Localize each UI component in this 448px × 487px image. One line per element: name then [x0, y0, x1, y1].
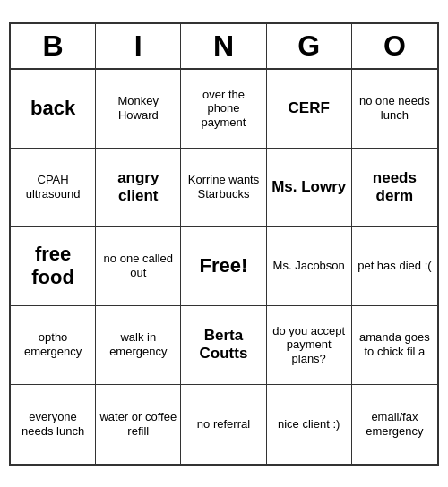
bingo-cell-23[interactable]: nice client :) [267, 385, 352, 464]
header-letter-I: I [96, 24, 181, 68]
bingo-cell-15[interactable]: optho emergency [11, 306, 96, 385]
bingo-cell-20[interactable]: everyone needs lunch [11, 385, 96, 464]
bingo-cell-17[interactable]: Berta Coutts [181, 306, 266, 385]
bingo-cell-4[interactable]: no one needs lunch [352, 70, 437, 149]
header-letter-B: B [11, 24, 96, 68]
bingo-cell-24[interactable]: email/fax emergency [352, 385, 437, 464]
bingo-cell-12[interactable]: Free! [181, 227, 266, 306]
header-letter-O: O [352, 24, 437, 68]
bingo-cell-22[interactable]: no referral [181, 385, 266, 464]
bingo-cell-14[interactable]: pet has died :( [352, 227, 437, 306]
bingo-cell-8[interactable]: Ms. Lowry [267, 149, 352, 227]
bingo-cell-7[interactable]: Korrine wants Starbucks [181, 149, 266, 227]
bingo-cell-21[interactable]: water or coffee refill [96, 385, 181, 464]
header-letter-N: N [181, 24, 266, 68]
bingo-header: BINGO [11, 24, 437, 70]
bingo-cell-3[interactable]: CERF [267, 70, 352, 149]
bingo-cell-2[interactable]: over the phone payment [181, 70, 266, 149]
bingo-cell-6[interactable]: angry client [96, 149, 181, 227]
header-letter-G: G [267, 24, 352, 68]
bingo-cell-1[interactable]: Monkey Howard [96, 70, 181, 149]
bingo-card: BINGO backMonkey Howardover the phone pa… [9, 22, 439, 466]
bingo-cell-10[interactable]: free food [11, 227, 96, 306]
bingo-cell-9[interactable]: needs derm [352, 149, 437, 227]
bingo-cell-19[interactable]: amanda goes to chick fil a [352, 306, 437, 385]
bingo-cell-13[interactable]: Ms. Jacobson [267, 227, 352, 306]
bingo-cell-11[interactable]: no one called out [96, 227, 181, 306]
bingo-cell-18[interactable]: do you accept payment plans? [267, 306, 352, 385]
bingo-cell-0[interactable]: back [11, 70, 96, 149]
bingo-grid: backMonkey Howardover the phone paymentC… [11, 70, 437, 464]
bingo-cell-16[interactable]: walk in emergency [96, 306, 181, 385]
bingo-cell-5[interactable]: CPAH ultrasound [11, 149, 96, 227]
